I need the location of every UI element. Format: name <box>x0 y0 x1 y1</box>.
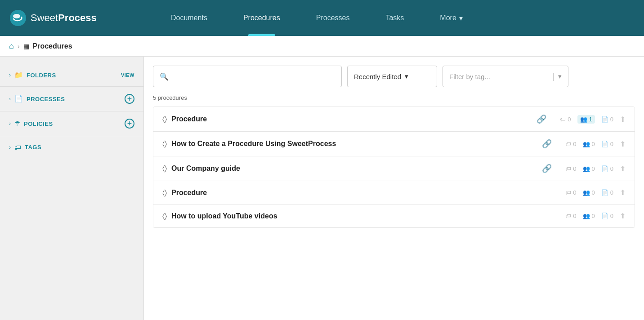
attachments-count: 📄 0 <box>601 213 613 219</box>
table-row[interactable]: 〈〉 Procedure 🏷 0 👥 0 📄 0 ⬆ <box>153 181 635 204</box>
link-icon: 🔗 <box>542 139 552 149</box>
folders-label: FOLDERS <box>27 72 117 79</box>
processes-add-button[interactable]: + <box>125 94 134 104</box>
folders-icon: 📁 <box>14 71 23 79</box>
procedure-list: 〈〉 Procedure 🔗 🏷 0 👥 1 📄 0 ⬆ <box>153 107 635 228</box>
attachments-count: 📄 0 <box>601 165 613 172</box>
table-row[interactable]: 〈〉 How to upload YouTube videos 🏷 0 👥 0 … <box>153 204 635 227</box>
attachments-count: 📄 0 <box>601 189 613 196</box>
members-count: 👥 1 <box>577 115 595 124</box>
filter-tag-divider: | <box>552 72 555 81</box>
members-count: 👥 0 <box>583 189 595 196</box>
tags-count: 🏷 0 <box>565 165 576 172</box>
procedure-name: How to Create a Procedure Using SweetPro… <box>171 140 542 148</box>
tags-icon: 🏷 <box>14 143 21 151</box>
folders-chevron-icon: › <box>9 72 11 78</box>
sidebar-item-processes[interactable]: › 📄 PROCESSES + <box>0 89 143 109</box>
policies-label: POLICIES <box>24 120 121 127</box>
search-input[interactable] <box>172 73 335 80</box>
procedure-name: Our Company guide <box>171 164 542 173</box>
sidebar: › 📁 FOLDERS VIEW › 📄 PROCESSES + › ☂ POL… <box>0 57 144 320</box>
table-row[interactable]: 〈〉 Our Company guide 🔗 🏷 0 👥 0 📄 0 ⬆ <box>153 156 635 181</box>
nav-documents[interactable]: Documents <box>153 0 225 36</box>
attachments-count: 📄 0 <box>601 116 613 123</box>
members-icon: 👥 <box>583 213 590 219</box>
procedures-breadcrumb-icon: ▦ <box>23 43 29 50</box>
link-icon: 🔗 <box>537 114 546 124</box>
tags-chevron-icon: › <box>9 144 11 151</box>
tags-count: 🏷 0 <box>565 213 576 219</box>
nav-more[interactable]: More ▾ <box>422 0 480 36</box>
logo-icon <box>9 9 27 27</box>
logo-area: SweetProcess <box>9 9 153 27</box>
policies-icon: ☂ <box>14 120 20 128</box>
upload-icon: ⬆ <box>620 212 626 220</box>
page-layout: › 📁 FOLDERS VIEW › 📄 PROCESSES + › ☂ POL… <box>0 57 644 320</box>
sort-label: Recently Edited <box>354 73 401 80</box>
tags-count: 🏷 0 <box>560 116 571 123</box>
attachment-icon: 📄 <box>601 189 608 196</box>
tag-icon: 🏷 <box>560 116 566 123</box>
sidebar-item-policies[interactable]: › ☂ POLICIES + <box>0 113 143 134</box>
filter-tag-dropdown[interactable]: Filter by tag... | ▾ <box>443 66 568 87</box>
procedure-meta: 🔗 🏷 0 👥 1 📄 0 ⬆ <box>537 114 626 124</box>
tag-icon: 🏷 <box>565 165 571 172</box>
tag-icon: 🏷 <box>565 213 571 219</box>
link-icon: 🔗 <box>542 164 552 173</box>
attachment-icon: 📄 <box>601 213 608 219</box>
logo-text: SweetProcess <box>31 12 97 24</box>
filter-tag-chevron-icon: ▾ <box>558 72 562 80</box>
members-count: 👥 0 <box>583 213 595 219</box>
nav-tasks[interactable]: Tasks <box>367 0 422 36</box>
toolbar: 🔍 Recently Edited ▾ Filter by tag... | ▾ <box>153 66 635 87</box>
attachment-icon: 📄 <box>601 116 608 123</box>
attachment-icon: 📄 <box>601 141 608 147</box>
sort-chevron-icon: ▾ <box>405 72 408 80</box>
tag-icon: 🏷 <box>565 189 571 196</box>
procedure-name: Procedure <box>171 189 565 197</box>
folders-view-action[interactable]: VIEW <box>121 72 134 78</box>
upload-icon: ⬆ <box>620 115 626 124</box>
procedures-count: 5 procedures <box>153 94 635 101</box>
procedure-name: Procedure <box>171 115 537 123</box>
search-box[interactable]: 🔍 <box>153 66 342 87</box>
policies-chevron-icon: › <box>9 120 11 127</box>
upload-icon: ⬆ <box>620 188 626 197</box>
attachment-icon: 📄 <box>601 165 608 172</box>
policies-add-button[interactable]: + <box>125 119 134 129</box>
doc-icon: 〈〉 <box>162 115 167 123</box>
main-content: 🔍 Recently Edited ▾ Filter by tag... | ▾… <box>144 57 644 320</box>
procedure-meta: 🔗 🏷 0 👥 0 📄 0 ⬆ <box>542 139 626 149</box>
members-count: 👥 0 <box>583 165 595 172</box>
sidebar-item-tags[interactable]: › 🏷 TAGS <box>0 138 143 156</box>
members-icon: 👥 <box>583 189 590 196</box>
breadcrumb-separator: › <box>18 43 20 50</box>
members-icon: 👥 <box>580 116 587 123</box>
procedure-name: How to upload YouTube videos <box>171 212 565 220</box>
processes-icon: 📄 <box>14 95 23 103</box>
doc-icon: 〈〉 <box>162 140 167 148</box>
nav-procedures[interactable]: Procedures <box>225 0 298 36</box>
processes-label: PROCESSES <box>27 96 121 102</box>
nav-processes[interactable]: Processes <box>298 0 368 36</box>
members-icon: 👥 <box>583 141 590 147</box>
breadcrumb: ⌂ › ▦ Procedures <box>0 36 644 57</box>
sort-dropdown[interactable]: Recently Edited ▾ <box>347 66 437 87</box>
main-nav: Documents Procedures Processes Tasks Mor… <box>153 0 635 36</box>
filter-tag-placeholder: Filter by tag... <box>449 73 549 80</box>
doc-icon: 〈〉 <box>162 212 167 220</box>
home-icon[interactable]: ⌂ <box>9 41 14 51</box>
upload-icon: ⬆ <box>620 140 626 148</box>
members-count: 👥 0 <box>583 141 595 147</box>
table-row[interactable]: 〈〉 Procedure 🔗 🏷 0 👥 1 📄 0 ⬆ <box>153 107 635 132</box>
sidebar-divider-3 <box>0 136 143 136</box>
doc-icon: 〈〉 <box>162 189 167 197</box>
sidebar-item-folders[interactable]: › 📁 FOLDERS VIEW <box>0 66 143 84</box>
search-icon: 🔍 <box>160 72 169 81</box>
table-row[interactable]: 〈〉 How to Create a Procedure Using Sweet… <box>153 132 635 156</box>
more-label: More <box>440 14 456 22</box>
sidebar-divider-2 <box>0 111 143 111</box>
attachments-count: 📄 0 <box>601 141 613 147</box>
procedure-meta: 🏷 0 👥 0 📄 0 ⬆ <box>565 212 626 220</box>
svg-point-1 <box>13 14 20 18</box>
